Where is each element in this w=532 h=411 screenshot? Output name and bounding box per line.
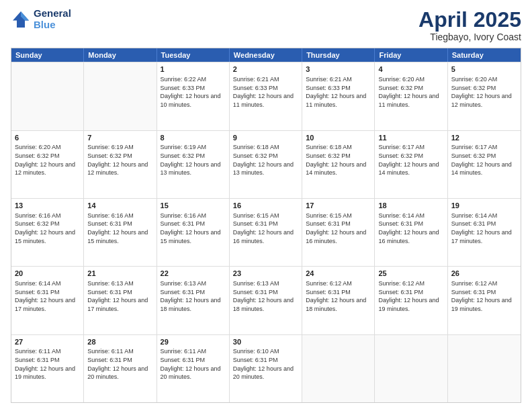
- day-cell-17: 17Sunrise: 6:15 AM Sunset: 6:31 PM Dayli…: [302, 199, 375, 266]
- main-title: April 2025: [418, 8, 521, 32]
- day-info: Sunrise: 6:19 AM Sunset: 6:32 PM Dayligh…: [87, 143, 152, 177]
- day-cell-13: 13Sunrise: 6:16 AM Sunset: 6:32 PM Dayli…: [11, 199, 84, 266]
- calendar: SundayMondayTuesdayWednesdayThursdayFrid…: [11, 48, 521, 403]
- day-number: 16: [233, 201, 298, 211]
- day-info: Sunrise: 6:21 AM Sunset: 6:33 PM Dayligh…: [233, 75, 298, 109]
- day-number: 28: [87, 337, 152, 347]
- day-info: Sunrise: 6:14 AM Sunset: 6:31 PM Dayligh…: [378, 212, 443, 245]
- day-cell-25: 25Sunrise: 6:12 AM Sunset: 6:31 PM Dayli…: [375, 267, 447, 334]
- calendar-row-5: 27Sunrise: 6:11 AM Sunset: 6:31 PM Dayli…: [11, 334, 521, 402]
- empty-cell: [302, 335, 375, 402]
- logo-text: General Blue: [34, 8, 71, 30]
- calendar-row-4: 20Sunrise: 6:14 AM Sunset: 6:31 PM Dayli…: [11, 266, 521, 334]
- calendar-body: 1Sunrise: 6:22 AM Sunset: 6:33 PM Daylig…: [11, 62, 521, 402]
- day-info: Sunrise: 6:10 AM Sunset: 6:31 PM Dayligh…: [233, 347, 298, 381]
- day-info: Sunrise: 6:19 AM Sunset: 6:32 PM Dayligh…: [161, 143, 226, 177]
- day-number: 17: [306, 201, 371, 211]
- day-number: 2: [233, 64, 298, 75]
- logo-icon: [11, 9, 31, 30]
- day-info: Sunrise: 6:20 AM Sunset: 6:32 PM Dayligh…: [15, 143, 80, 177]
- day-number: 19: [451, 201, 517, 211]
- day-number: 22: [161, 269, 226, 279]
- day-number: 1: [161, 64, 226, 75]
- day-number: 18: [378, 201, 443, 211]
- day-number: 27: [15, 337, 80, 347]
- day-info: Sunrise: 6:11 AM Sunset: 6:31 PM Dayligh…: [87, 347, 152, 381]
- empty-cell: [448, 335, 521, 402]
- day-number: 25: [378, 269, 443, 279]
- day-cell-19: 19Sunrise: 6:14 AM Sunset: 6:31 PM Dayli…: [448, 199, 521, 266]
- day-cell-30: 30Sunrise: 6:10 AM Sunset: 6:31 PM Dayli…: [230, 335, 302, 402]
- page: General Blue April 2025 Tiegbayo, Ivory …: [0, 0, 532, 411]
- header-day-sunday: Sunday: [11, 48, 84, 62]
- header-day-wednesday: Wednesday: [230, 48, 302, 62]
- day-info: Sunrise: 6:16 AM Sunset: 6:31 PM Dayligh…: [87, 212, 152, 245]
- day-cell-5: 5Sunrise: 6:20 AM Sunset: 6:32 PM Daylig…: [448, 62, 521, 130]
- calendar-row-1: 1Sunrise: 6:22 AM Sunset: 6:33 PM Daylig…: [11, 62, 521, 130]
- day-cell-27: 27Sunrise: 6:11 AM Sunset: 6:31 PM Dayli…: [11, 335, 84, 402]
- day-number: 6: [15, 133, 80, 143]
- day-info: Sunrise: 6:13 AM Sunset: 6:31 PM Dayligh…: [161, 279, 226, 313]
- day-cell-14: 14Sunrise: 6:16 AM Sunset: 6:31 PM Dayli…: [84, 199, 157, 266]
- empty-cell: [375, 335, 447, 402]
- day-number: 23: [233, 269, 298, 279]
- day-cell-2: 2Sunrise: 6:21 AM Sunset: 6:33 PM Daylig…: [230, 62, 302, 130]
- day-info: Sunrise: 6:18 AM Sunset: 6:32 PM Dayligh…: [233, 143, 298, 177]
- day-number: 5: [451, 64, 517, 75]
- day-info: Sunrise: 6:15 AM Sunset: 6:31 PM Dayligh…: [306, 212, 371, 245]
- day-cell-7: 7Sunrise: 6:19 AM Sunset: 6:32 PM Daylig…: [84, 131, 157, 198]
- day-cell-22: 22Sunrise: 6:13 AM Sunset: 6:31 PM Dayli…: [157, 267, 230, 334]
- day-cell-8: 8Sunrise: 6:19 AM Sunset: 6:32 PM Daylig…: [157, 131, 230, 198]
- day-number: 13: [15, 201, 80, 211]
- subtitle: Tiegbayo, Ivory Coast: [418, 32, 521, 42]
- day-number: 11: [378, 133, 443, 143]
- day-info: Sunrise: 6:11 AM Sunset: 6:31 PM Dayligh…: [161, 347, 226, 381]
- day-cell-23: 23Sunrise: 6:13 AM Sunset: 6:31 PM Dayli…: [230, 267, 302, 334]
- calendar-header: SundayMondayTuesdayWednesdayThursdayFrid…: [11, 48, 521, 62]
- empty-cell: [84, 62, 157, 130]
- day-number: 14: [87, 201, 152, 211]
- day-number: 9: [233, 133, 298, 143]
- day-number: 20: [15, 269, 80, 279]
- day-info: Sunrise: 6:21 AM Sunset: 6:33 PM Dayligh…: [306, 75, 371, 109]
- day-info: Sunrise: 6:12 AM Sunset: 6:31 PM Dayligh…: [451, 279, 517, 313]
- day-cell-21: 21Sunrise: 6:13 AM Sunset: 6:31 PM Dayli…: [84, 267, 157, 334]
- day-cell-6: 6Sunrise: 6:20 AM Sunset: 6:32 PM Daylig…: [11, 131, 84, 198]
- day-info: Sunrise: 6:12 AM Sunset: 6:31 PM Dayligh…: [306, 279, 371, 313]
- day-number: 8: [161, 133, 226, 143]
- header-day-friday: Friday: [375, 48, 447, 62]
- day-info: Sunrise: 6:16 AM Sunset: 6:31 PM Dayligh…: [161, 212, 226, 245]
- calendar-row-3: 13Sunrise: 6:16 AM Sunset: 6:32 PM Dayli…: [11, 198, 521, 266]
- header-day-thursday: Thursday: [302, 48, 375, 62]
- day-number: 30: [233, 337, 298, 347]
- day-info: Sunrise: 6:12 AM Sunset: 6:31 PM Dayligh…: [378, 279, 443, 313]
- day-number: 3: [306, 64, 371, 75]
- empty-cell: [11, 62, 84, 130]
- day-number: 7: [87, 133, 152, 143]
- day-cell-10: 10Sunrise: 6:18 AM Sunset: 6:32 PM Dayli…: [302, 131, 375, 198]
- calendar-row-2: 6Sunrise: 6:20 AM Sunset: 6:32 PM Daylig…: [11, 130, 521, 198]
- day-cell-16: 16Sunrise: 6:15 AM Sunset: 6:31 PM Dayli…: [230, 199, 302, 266]
- day-cell-20: 20Sunrise: 6:14 AM Sunset: 6:31 PM Dayli…: [11, 267, 84, 334]
- day-info: Sunrise: 6:13 AM Sunset: 6:31 PM Dayligh…: [87, 279, 152, 313]
- day-info: Sunrise: 6:17 AM Sunset: 6:32 PM Dayligh…: [451, 143, 517, 177]
- day-info: Sunrise: 6:14 AM Sunset: 6:31 PM Dayligh…: [15, 279, 80, 313]
- day-number: 24: [306, 269, 371, 279]
- day-cell-15: 15Sunrise: 6:16 AM Sunset: 6:31 PM Dayli…: [157, 199, 230, 266]
- day-cell-1: 1Sunrise: 6:22 AM Sunset: 6:33 PM Daylig…: [157, 62, 230, 130]
- day-number: 4: [378, 64, 443, 75]
- day-cell-29: 29Sunrise: 6:11 AM Sunset: 6:31 PM Dayli…: [157, 335, 230, 402]
- header-day-saturday: Saturday: [448, 48, 521, 62]
- day-info: Sunrise: 6:17 AM Sunset: 6:32 PM Dayligh…: [378, 143, 443, 177]
- day-number: 21: [87, 269, 152, 279]
- day-cell-3: 3Sunrise: 6:21 AM Sunset: 6:33 PM Daylig…: [302, 62, 375, 130]
- day-info: Sunrise: 6:14 AM Sunset: 6:31 PM Dayligh…: [451, 212, 517, 245]
- day-cell-4: 4Sunrise: 6:20 AM Sunset: 6:32 PM Daylig…: [375, 62, 447, 130]
- header: General Blue April 2025 Tiegbayo, Ivory …: [11, 8, 521, 42]
- day-info: Sunrise: 6:20 AM Sunset: 6:32 PM Dayligh…: [451, 75, 517, 109]
- day-number: 26: [451, 269, 517, 279]
- day-number: 12: [451, 133, 517, 143]
- day-cell-11: 11Sunrise: 6:17 AM Sunset: 6:32 PM Dayli…: [375, 131, 447, 198]
- day-cell-18: 18Sunrise: 6:14 AM Sunset: 6:31 PM Dayli…: [375, 199, 447, 266]
- day-number: 15: [161, 201, 226, 211]
